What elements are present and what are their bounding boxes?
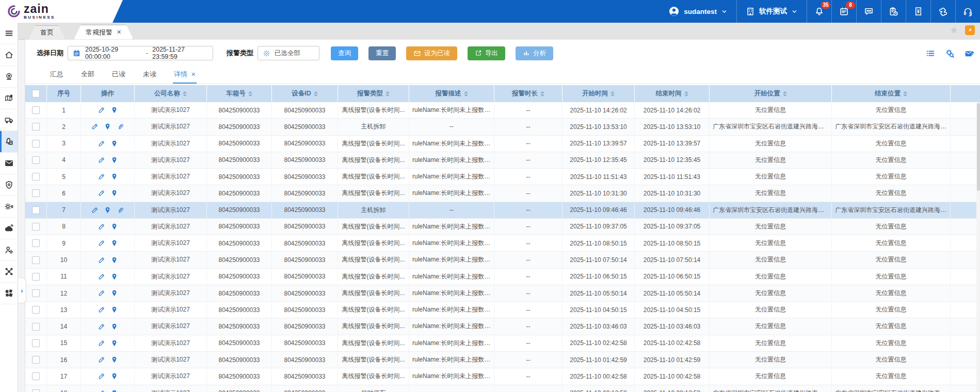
table-row[interactable]: 10测试演示1027804250900033804250900033离线报警(设… bbox=[25, 252, 980, 268]
pin-icon[interactable] bbox=[110, 356, 118, 364]
tab-home[interactable]: 首页 bbox=[28, 25, 66, 39]
sidebar-item-menu[interactable] bbox=[0, 23, 18, 44]
pin-icon[interactable] bbox=[110, 323, 118, 331]
reset-button[interactable]: 重置 bbox=[368, 46, 396, 60]
column-header-start[interactable]: 开始时间 bbox=[563, 85, 635, 102]
pin-icon[interactable] bbox=[110, 339, 118, 347]
row-checkbox[interactable] bbox=[32, 356, 40, 364]
table-row[interactable]: 8测试演示1027804250900033804250900033离线报警(设备… bbox=[25, 219, 980, 235]
clip-icon[interactable] bbox=[117, 123, 124, 130]
edit-icon[interactable] bbox=[98, 306, 105, 314]
sidebar-item-gear-list[interactable] bbox=[0, 196, 18, 218]
table-row[interactable]: 13测试演示1027804250900033804250900033离线报警(设… bbox=[25, 302, 980, 318]
edit-icon[interactable] bbox=[98, 140, 105, 148]
sidebar-item-alarm-doc[interactable] bbox=[0, 131, 18, 153]
column-header-type[interactable]: 报警类型 bbox=[338, 85, 409, 102]
column-header-company[interactable]: 公司名称 bbox=[135, 85, 207, 102]
sidebar-item-apps[interactable] bbox=[0, 283, 18, 304]
clipboard-clock-button[interactable] bbox=[881, 0, 906, 23]
pin-icon[interactable] bbox=[110, 140, 118, 148]
sidebar-item-shield[interactable] bbox=[0, 174, 18, 196]
edit-icon[interactable] bbox=[98, 323, 105, 331]
row-checkbox[interactable] bbox=[32, 189, 40, 197]
row-checkbox[interactable] bbox=[32, 173, 40, 181]
table-row[interactable]: 17测试演示1027804250900033804250900033离线报警(设… bbox=[25, 368, 980, 385]
vertical-scrollbar[interactable] bbox=[976, 102, 980, 392]
table-row[interactable]: 1测试演示1027804250900033804250900033离线报警(设备… bbox=[25, 102, 980, 119]
table-row[interactable]: 3测试演示1027804250900033804250900033离线报警(设备… bbox=[25, 136, 980, 152]
row-checkbox[interactable] bbox=[32, 106, 40, 114]
list-view-icon[interactable] bbox=[925, 48, 935, 58]
column-header-start_pos[interactable]: 开始位置 bbox=[710, 85, 832, 102]
table-row[interactable]: 2测试演示1027804250900033804250900033主机拆卸---… bbox=[25, 119, 980, 135]
subtab-全部[interactable]: 全部 bbox=[80, 70, 95, 84]
scrollbar-thumb[interactable] bbox=[977, 103, 980, 191]
query-button[interactable]: 查询 bbox=[331, 46, 358, 60]
row-checkbox[interactable] bbox=[32, 256, 40, 264]
edit-icon[interactable] bbox=[98, 256, 105, 264]
select-all-checkbox[interactable] bbox=[32, 90, 40, 97]
tab-regular-alarm[interactable]: 常规报警 ✕ bbox=[74, 25, 133, 39]
row-checkbox[interactable] bbox=[32, 223, 40, 231]
row-checkbox[interactable] bbox=[32, 339, 40, 347]
subtab-未读[interactable]: 未读 bbox=[142, 70, 157, 84]
table-row[interactable]: 5测试演示1027804250900033804250900033离线报警(设备… bbox=[25, 169, 980, 185]
column-header-duration[interactable]: 报警时长 bbox=[494, 85, 563, 102]
table-row[interactable]: 18测试演示1027804250900033804250900033超时停车--… bbox=[25, 385, 980, 392]
table-row[interactable]: 12测试演示1027804250900033804250900033离线报警(设… bbox=[25, 285, 980, 302]
edit-icon[interactable] bbox=[98, 389, 105, 392]
close-icon[interactable]: ✕ bbox=[191, 71, 196, 78]
sort-icon[interactable] bbox=[540, 91, 544, 96]
column-header-desc[interactable]: 报警描述 bbox=[409, 85, 494, 102]
edit-icon[interactable] bbox=[98, 339, 105, 347]
bell-button[interactable]: 35 bbox=[807, 0, 831, 23]
sort-icon[interactable] bbox=[684, 91, 688, 96]
pin-icon[interactable] bbox=[110, 106, 118, 114]
edit-icon[interactable] bbox=[98, 273, 105, 281]
column-header-end[interactable]: 结束时间 bbox=[635, 85, 710, 102]
pin-icon[interactable] bbox=[104, 206, 111, 214]
close-icon[interactable]: ✕ bbox=[117, 29, 121, 36]
table-row[interactable]: 7测试演示1027804250900033804250900033主机拆卸---… bbox=[25, 202, 980, 219]
expand-flap[interactable]: › bbox=[18, 277, 26, 303]
guide-icon[interactable] bbox=[965, 25, 975, 35]
edit-icon[interactable] bbox=[98, 372, 105, 380]
sort-icon[interactable] bbox=[903, 91, 907, 96]
sidebar-item-home[interactable] bbox=[0, 44, 18, 66]
subtab-已读[interactable]: 已读 bbox=[111, 70, 126, 84]
pin-icon[interactable] bbox=[110, 372, 118, 380]
row-checkbox[interactable] bbox=[32, 323, 40, 331]
date-range-input[interactable]: 2025-10-29 00:00:00 - 2025-11-27 23:59:5… bbox=[68, 46, 213, 60]
table-row[interactable]: 4测试演示1027804250900033804250900033离线报警(设备… bbox=[25, 152, 980, 169]
subtab-详情[interactable]: 详情✕ bbox=[173, 70, 197, 84]
sort-icon[interactable] bbox=[783, 91, 787, 96]
analyze-button[interactable]: 分析 bbox=[516, 46, 553, 60]
edit-icon[interactable] bbox=[98, 223, 105, 231]
table-row[interactable]: 15测试演示1027804250900033804250900033离线报警(设… bbox=[25, 335, 980, 352]
pin-icon[interactable] bbox=[110, 239, 118, 247]
edit-icon[interactable] bbox=[91, 123, 99, 130]
edit-icon[interactable] bbox=[98, 156, 105, 164]
edit-icon[interactable] bbox=[98, 356, 105, 364]
user-menu[interactable]: sudantest bbox=[660, 0, 736, 23]
row-checkbox[interactable] bbox=[32, 306, 40, 314]
pin-icon[interactable] bbox=[110, 256, 118, 264]
gear-search-icon[interactable] bbox=[945, 48, 955, 58]
row-checkbox[interactable] bbox=[32, 239, 40, 247]
pin-icon[interactable] bbox=[110, 389, 118, 392]
sidebar-item-vehicle[interactable] bbox=[0, 109, 18, 131]
edit-icon[interactable] bbox=[98, 173, 105, 181]
sidebar-item-mail[interactable] bbox=[0, 153, 18, 174]
headset-button[interactable] bbox=[955, 0, 980, 23]
column-header-device[interactable]: 设备ID bbox=[272, 85, 338, 102]
row-checkbox[interactable] bbox=[32, 372, 40, 380]
subtab-汇总[interactable]: 汇总 bbox=[49, 70, 65, 84]
row-checkbox[interactable] bbox=[32, 140, 40, 148]
table-row[interactable]: 9测试演示1027804250900033804250900033离线报警(设备… bbox=[25, 235, 980, 252]
edit-icon[interactable] bbox=[91, 206, 99, 214]
row-checkbox[interactable] bbox=[32, 206, 40, 214]
pin-icon[interactable] bbox=[110, 273, 118, 281]
row-checkbox[interactable] bbox=[32, 289, 40, 297]
sort-icon[interactable] bbox=[248, 91, 252, 96]
pin-icon[interactable] bbox=[110, 306, 118, 314]
